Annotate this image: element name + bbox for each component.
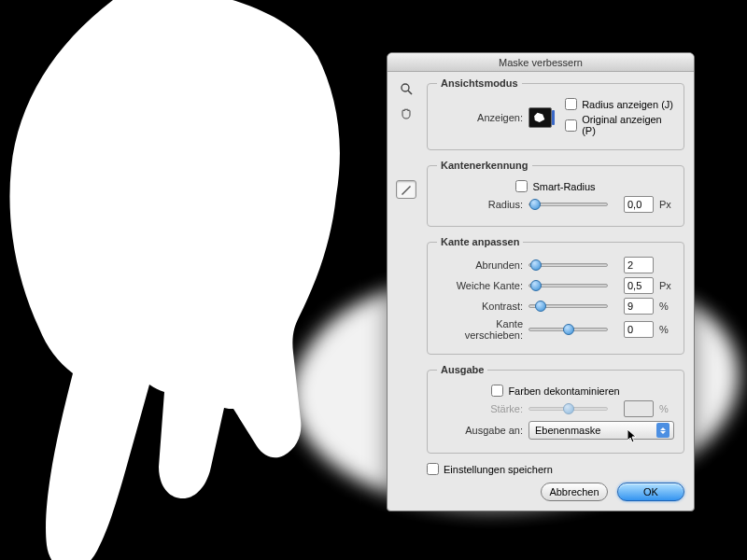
refine-mask-dialog: Maske verbessern Ansichtsmodus Anzeigen:	[387, 52, 695, 511]
feather-label: Weiche Kante:	[437, 280, 523, 291]
smart-radius-input[interactable]	[515, 180, 528, 192]
decontaminate-input[interactable]	[491, 385, 503, 397]
amount-value	[624, 400, 654, 417]
amount-slider	[529, 407, 608, 411]
contrast-label: Kontrast:	[437, 301, 523, 312]
output-to-label: Ausgabe an:	[437, 425, 523, 436]
smart-radius-label: Smart-Radius	[532, 181, 595, 192]
zoom-icon	[400, 82, 413, 95]
hand-icon	[400, 106, 413, 119]
adjust-edge-group: Kante anpassen Abrunden: Weiche Kante: P…	[427, 236, 684, 355]
feather-value[interactable]	[624, 277, 654, 294]
edge-detection-legend: Kantenerkennung	[437, 160, 532, 171]
feather-unit: Px	[659, 280, 674, 291]
refine-brush-tool[interactable]	[396, 180, 416, 199]
contrast-slider[interactable]	[529, 304, 608, 308]
svg-point-1	[402, 84, 409, 91]
svg-line-2	[408, 91, 412, 94]
show-label: Anzeigen:	[437, 112, 523, 123]
chevron-updown-icon	[656, 423, 669, 438]
output-legend: Ausgabe	[437, 364, 487, 375]
shift-slider[interactable]	[529, 328, 608, 331]
zoom-tool[interactable]	[396, 79, 416, 98]
mouse-cursor	[627, 429, 639, 444]
output-group: Ausgabe Farben dekontaminieren Stärke: %…	[427, 364, 684, 454]
dialog-title: Maske verbessern	[388, 53, 694, 72]
ok-button[interactable]: OK	[617, 483, 684, 501]
radius-slider[interactable]	[529, 203, 608, 206]
smooth-label: Abrunden:	[437, 259, 523, 271]
feather-slider[interactable]	[529, 284, 608, 287]
adjust-edge-legend: Kante anpassen	[437, 236, 523, 247]
show-original-label: Original anzeigen (P)	[582, 114, 674, 136]
radius-unit: Px	[659, 199, 674, 210]
remember-settings-label: Einstellungen speichern	[444, 464, 553, 475]
amount-unit: %	[659, 403, 674, 414]
show-radius-input[interactable]	[565, 98, 577, 110]
smooth-value[interactable]	[624, 257, 654, 273]
show-radius-checkbox[interactable]: Radius anzeigen (J)	[565, 98, 674, 110]
view-mode-thumbnail[interactable]	[529, 107, 552, 128]
view-mode-legend: Ansichtsmodus	[437, 77, 522, 89]
amount-label: Stärke:	[437, 403, 523, 414]
view-mode-group: Ansichtsmodus Anzeigen: Radius anzeigen …	[427, 77, 684, 150]
show-original-checkbox[interactable]: Original anzeigen (P)	[565, 114, 674, 136]
shift-label: Kante verschieben:	[437, 318, 523, 341]
output-to-value: Ebenenmaske	[535, 425, 600, 436]
hand-tool[interactable]	[396, 104, 416, 122]
remember-settings-checkbox[interactable]: Einstellungen speichern	[427, 463, 553, 475]
decontaminate-label: Farben dekontaminieren	[508, 385, 619, 397]
shift-value[interactable]	[624, 321, 654, 338]
brush-icon	[400, 183, 413, 196]
decontaminate-checkbox[interactable]: Farben dekontaminieren	[491, 385, 619, 397]
edge-detection-group: Kantenerkennung Smart-Radius Radius: Px	[427, 160, 684, 227]
shift-unit: %	[659, 324, 674, 335]
contrast-unit: %	[659, 301, 674, 312]
remember-settings-input[interactable]	[427, 463, 439, 475]
radius-label: Radius:	[437, 199, 523, 210]
smart-radius-checkbox[interactable]: Smart-Radius	[515, 180, 595, 192]
output-to-select[interactable]: Ebenenmaske	[529, 421, 674, 440]
radius-value[interactable]	[624, 196, 654, 213]
smooth-slider[interactable]	[529, 263, 608, 267]
show-original-input[interactable]	[565, 119, 577, 132]
cancel-button[interactable]: Abbrechen	[541, 483, 608, 501]
contrast-value[interactable]	[624, 298, 654, 315]
show-radius-label: Radius anzeigen (J)	[582, 99, 673, 110]
